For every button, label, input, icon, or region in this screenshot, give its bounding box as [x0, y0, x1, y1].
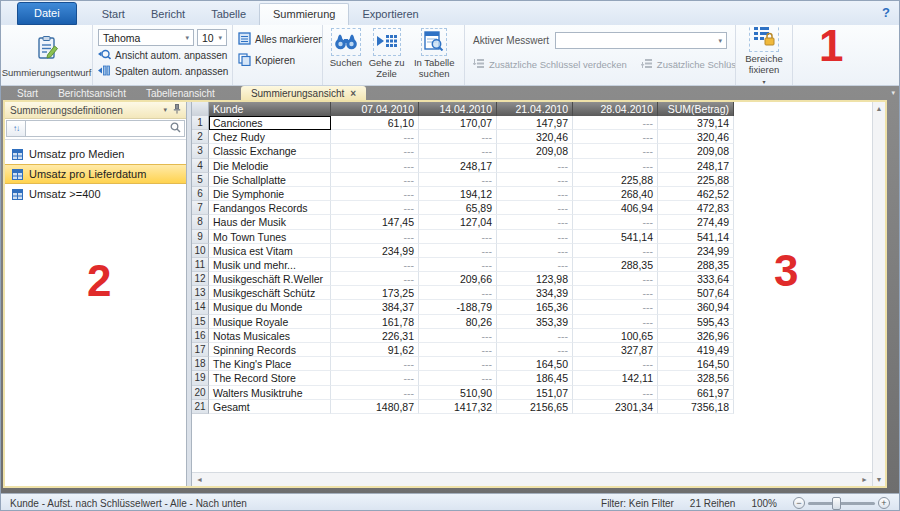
value-cell[interactable]: --- [331, 201, 419, 215]
value-cell[interactable]: --- [573, 272, 658, 286]
customer-cell[interactable]: Chez Rudy [209, 130, 331, 144]
sidebar-search-input[interactable] [26, 123, 170, 134]
horizontal-scrollbar[interactable]: ◄ ► [192, 472, 872, 486]
scroll-left-icon[interactable]: ◄ [196, 476, 203, 483]
sidebar-item[interactable]: Umsatz pro Medien [5, 144, 186, 164]
value-cell[interactable]: --- [331, 173, 419, 187]
help-icon[interactable]: ? [882, 5, 890, 20]
value-cell[interactable]: --- [497, 244, 573, 258]
autofit-view-button[interactable]: Ansicht autom. anpassen [98, 49, 227, 62]
view-tab-start[interactable]: Start [7, 87, 48, 100]
value-cell[interactable]: --- [419, 286, 497, 300]
value-cell[interactable]: --- [573, 386, 658, 400]
value-cell[interactable]: --- [497, 201, 573, 215]
value-cell[interactable]: --- [419, 357, 497, 371]
close-tab-icon[interactable]: × [350, 88, 356, 100]
zoom-in-icon[interactable]: + [878, 497, 890, 509]
table-row[interactable]: 1Canciones61,10170,07147,97---379,14 [192, 116, 872, 130]
value-cell[interactable]: 209,08 [497, 144, 573, 158]
tab-overflow-icon[interactable]: ▾ [891, 89, 895, 97]
value-cell[interactable]: 384,37 [331, 300, 419, 314]
customer-cell[interactable]: Musique du Monde [209, 300, 331, 314]
value-cell[interactable]: 541,14 [658, 230, 734, 244]
font-name-combo[interactable]: Tahoma ▾ [98, 29, 194, 46]
value-cell[interactable]: 595,43 [658, 315, 734, 329]
column-header-28.04.2010[interactable]: 28.04.2010 [573, 102, 658, 116]
column-header-kunde[interactable]: Kunde [209, 102, 331, 116]
copy-button[interactable]: Kopieren [238, 53, 317, 68]
goto-row-button[interactable]: Gehe zu Zeile [366, 29, 408, 81]
zoom-slider-track[interactable] [808, 502, 875, 505]
value-cell[interactable]: 209,08 [658, 144, 734, 158]
value-cell[interactable]: --- [497, 230, 573, 244]
scroll-down-icon[interactable]: ▼ [876, 476, 883, 483]
value-cell[interactable]: --- [331, 130, 419, 144]
value-cell[interactable]: --- [419, 230, 497, 244]
value-cell[interactable]: 353,39 [497, 315, 573, 329]
vertical-scrollbar[interactable]: ▲ ▼ [872, 102, 885, 486]
value-cell[interactable]: 248,17 [419, 159, 497, 173]
table-row[interactable]: 2Chez Rudy------320,46---320,46 [192, 130, 872, 144]
table-row[interactable]: 10Musica est Vitam234,99---------234,99 [192, 244, 872, 258]
value-cell[interactable]: 142,11 [573, 371, 658, 385]
value-cell[interactable]: 186,45 [497, 371, 573, 385]
value-cell[interactable]: 127,04 [419, 215, 497, 229]
value-cell[interactable]: 234,99 [331, 244, 419, 258]
customer-cell[interactable]: Classic Exchange [209, 144, 331, 158]
value-cell[interactable]: --- [419, 144, 497, 158]
customer-cell[interactable]: Walters Musiktruhe [209, 386, 331, 400]
value-cell[interactable]: 320,46 [497, 130, 573, 144]
value-cell[interactable]: 419,49 [658, 343, 734, 357]
value-cell[interactable]: --- [331, 258, 419, 272]
table-row[interactable]: 8Haus der Musik147,45127,04------274,49 [192, 215, 872, 229]
table-row[interactable]: 9Mo Town Tunes---------541,14541,14 [192, 230, 872, 244]
value-cell[interactable]: 333,64 [658, 272, 734, 286]
table-row[interactable]: 5Die Schallplatte---------225,88225,88 [192, 173, 872, 187]
value-cell[interactable]: --- [497, 343, 573, 357]
font-size-combo[interactable]: 10 ▾ [197, 29, 227, 46]
value-cell[interactable]: --- [573, 215, 658, 229]
column-header-14.04.2010[interactable]: 14.04.2010 [419, 102, 497, 116]
value-cell[interactable]: 100,65 [573, 329, 658, 343]
value-cell[interactable]: 288,35 [573, 258, 658, 272]
customer-cell[interactable]: Notas Musicales [209, 329, 331, 343]
value-cell[interactable]: --- [497, 215, 573, 229]
table-row[interactable]: 6Die Symphonie---194,12---268,40462,52 [192, 187, 872, 201]
value-cell[interactable]: 234,99 [658, 244, 734, 258]
table-row[interactable]: 18The King's Place------164,50---164,50 [192, 357, 872, 371]
value-cell[interactable]: 226,31 [331, 329, 419, 343]
sidebar-item[interactable]: Umsatz >=400 [5, 184, 186, 204]
customer-cell[interactable]: Fandangos Records [209, 201, 331, 215]
value-cell[interactable]: 1417,32 [419, 400, 497, 414]
value-cell[interactable]: 462,52 [658, 187, 734, 201]
customer-cell[interactable]: Die Symphonie [209, 187, 331, 201]
customer-cell[interactable]: Musikgeschäft R.Weller [209, 272, 331, 286]
table-row[interactable]: 19The Record Store------186,45142,11328,… [192, 371, 872, 385]
customer-cell[interactable]: Gesamt [209, 400, 331, 414]
value-cell[interactable]: 225,88 [658, 173, 734, 187]
value-cell[interactable]: 661,97 [658, 386, 734, 400]
value-cell[interactable]: 161,78 [331, 315, 419, 329]
value-cell[interactable]: --- [419, 329, 497, 343]
customer-cell[interactable]: Canciones [209, 116, 331, 130]
chevron-down-icon[interactable]: ▾ [714, 37, 726, 45]
value-cell[interactable]: --- [331, 371, 419, 385]
value-cell[interactable]: 65,89 [419, 201, 497, 215]
value-cell[interactable]: 164,50 [658, 357, 734, 371]
zoom-out-icon[interactable]: − [793, 497, 805, 509]
table-row[interactable]: 12Musikgeschäft R.Weller---209,66123,98-… [192, 272, 872, 286]
value-cell[interactable]: --- [419, 258, 497, 272]
pin-icon[interactable] [173, 104, 181, 116]
table-row[interactable]: 7Fandangos Records---65,89---406,94472,8… [192, 201, 872, 215]
value-cell[interactable]: --- [497, 187, 573, 201]
value-cell[interactable]: --- [573, 286, 658, 300]
value-cell[interactable]: --- [419, 173, 497, 187]
value-cell[interactable]: 170,07 [419, 116, 497, 130]
scroll-right-icon[interactable]: ► [861, 476, 868, 483]
ribbon-tab-start[interactable]: Start [89, 4, 138, 25]
value-cell[interactable]: 2156,65 [497, 400, 573, 414]
table-row[interactable]: 20Walters Musiktruhe---510,90151,07---66… [192, 386, 872, 400]
table-row[interactable]: 21Gesamt1480,871417,322156,652301,347356… [192, 400, 872, 414]
value-cell[interactable]: 123,98 [497, 272, 573, 286]
select-all-button[interactable]: Alles markieren [238, 32, 317, 47]
